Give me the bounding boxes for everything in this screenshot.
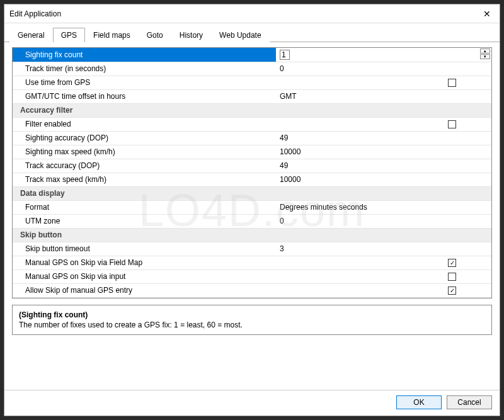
checkbox[interactable] bbox=[448, 79, 456, 87]
property-value-cell[interactable]: GMT bbox=[276, 89, 491, 103]
property-value-cell[interactable] bbox=[276, 76, 491, 89]
property-value[interactable]: 10000 bbox=[280, 147, 301, 156]
spinner[interactable]: ▴▾ bbox=[480, 48, 490, 59]
property-value[interactable]: 49 bbox=[280, 133, 288, 142]
property-label[interactable]: Skip button timeout bbox=[13, 242, 276, 256]
property-label[interactable]: Manual GPS on Skip via input bbox=[13, 270, 276, 283]
tab-goto[interactable]: Goto bbox=[139, 28, 171, 42]
property-label[interactable]: Format bbox=[13, 200, 276, 214]
checkbox[interactable] bbox=[448, 273, 456, 281]
property-value[interactable]: GMT bbox=[280, 92, 297, 101]
property-value[interactable]: Degrees minutes seconds bbox=[280, 203, 367, 212]
close-icon[interactable]: ✕ bbox=[479, 8, 495, 20]
property-label[interactable]: Filter enabled bbox=[13, 117, 276, 131]
property-value-cell[interactable]: 49 bbox=[276, 131, 491, 145]
help-title: (Sighting fix count) bbox=[19, 310, 485, 319]
dialog-footer: OK Cancel bbox=[4, 390, 500, 416]
property-value-cell[interactable] bbox=[276, 283, 491, 297]
property-label[interactable]: GMT/UTC time offset in hours bbox=[13, 89, 276, 103]
help-panel: (Sighting fix count) The number of fixes… bbox=[12, 305, 492, 335]
window-title: Edit Application bbox=[9, 9, 479, 18]
property-value[interactable]: 0 bbox=[280, 64, 284, 73]
spinner-down-icon[interactable]: ▾ bbox=[480, 54, 490, 59]
help-body: The number of fixes used to create a GPS… bbox=[19, 321, 485, 329]
property-value-cell[interactable]: 0 bbox=[276, 62, 491, 76]
property-value-cell[interactable]: Degrees minutes seconds bbox=[276, 200, 491, 214]
property-label[interactable]: Use time from GPS bbox=[13, 76, 276, 89]
property-value-cell[interactable]: 1▴▾ bbox=[276, 48, 491, 62]
property-label[interactable]: Sighting max speed (km/h) bbox=[13, 145, 276, 159]
property-label[interactable]: Track max speed (km/h) bbox=[13, 173, 276, 186]
property-label[interactable]: Track accuracy (DOP) bbox=[13, 159, 276, 173]
property-value[interactable]: 10000 bbox=[280, 175, 301, 184]
tab-strip: GeneralGPSField mapsGotoHistoryWeb Updat… bbox=[4, 23, 500, 42]
property-value-cell[interactable]: 49 bbox=[276, 159, 491, 173]
section-header: Skip button bbox=[13, 228, 491, 242]
property-value-cell[interactable] bbox=[276, 117, 491, 131]
property-label[interactable]: Sighting fix count bbox=[13, 48, 276, 62]
checkbox[interactable] bbox=[448, 287, 456, 295]
spinner-up-icon[interactable]: ▴ bbox=[480, 48, 490, 54]
property-value-cell[interactable] bbox=[276, 256, 491, 270]
dialog-window: Edit Application ✕ GeneralGPSField mapsG… bbox=[4, 4, 500, 416]
property-value-cell[interactable]: 3 bbox=[276, 242, 491, 256]
property-grid: Sighting fix count1▴▾Track timer (in sec… bbox=[12, 47, 492, 298]
property-value-cell[interactable]: 10000 bbox=[276, 173, 491, 186]
property-label[interactable]: Manual GPS on Skip via Field Map bbox=[13, 256, 276, 270]
titlebar: Edit Application ✕ bbox=[4, 4, 500, 23]
cancel-button[interactable]: Cancel bbox=[447, 395, 492, 409]
section-header: Accuracy filter bbox=[13, 103, 491, 117]
property-label[interactable]: Track timer (in seconds) bbox=[13, 62, 276, 76]
property-value[interactable]: 49 bbox=[280, 161, 288, 170]
property-value[interactable]: 0 bbox=[280, 217, 284, 225]
property-label[interactable]: Sighting accuracy (DOP) bbox=[13, 131, 276, 145]
property-value-cell[interactable]: 0 bbox=[276, 214, 491, 228]
checkbox[interactable] bbox=[448, 259, 456, 267]
section-header: Data display bbox=[13, 186, 491, 200]
tab-web-update[interactable]: Web Update bbox=[211, 28, 270, 42]
tab-content: Sighting fix count1▴▾Track timer (in sec… bbox=[4, 42, 500, 385]
tab-general[interactable]: General bbox=[9, 28, 53, 42]
property-label[interactable]: Allow Skip of manual GPS entry bbox=[13, 283, 276, 297]
property-value-cell[interactable]: 10000 bbox=[276, 145, 491, 159]
tab-gps[interactable]: GPS bbox=[53, 28, 85, 42]
property-value[interactable]: 3 bbox=[280, 244, 284, 253]
ok-button[interactable]: OK bbox=[396, 395, 442, 409]
property-value[interactable]: 1 bbox=[280, 50, 290, 60]
checkbox[interactable] bbox=[448, 120, 456, 128]
property-value-cell[interactable] bbox=[276, 270, 491, 283]
tab-field-maps[interactable]: Field maps bbox=[85, 28, 139, 42]
tab-history[interactable]: History bbox=[171, 28, 211, 42]
property-label[interactable]: UTM zone bbox=[13, 214, 276, 228]
